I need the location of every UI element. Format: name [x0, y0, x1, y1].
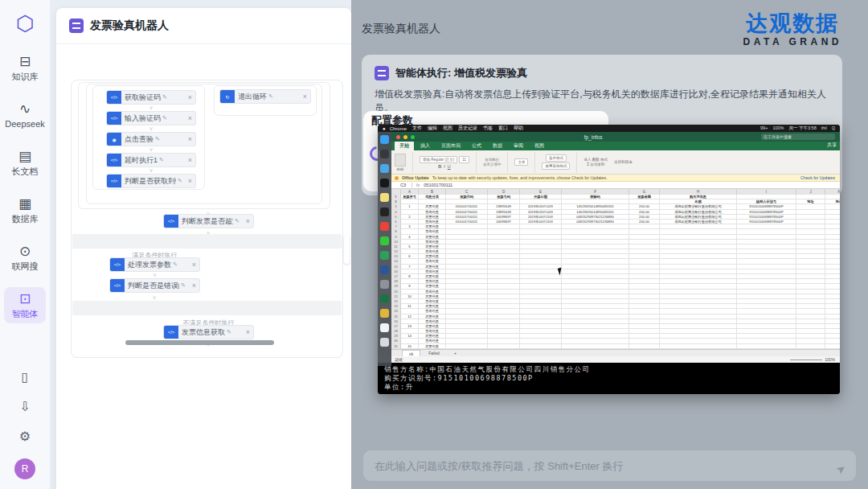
maximize-window-icon[interactable] — [411, 135, 415, 139]
dock-app-icon[interactable] — [380, 251, 389, 260]
close-icon[interactable]: × — [188, 94, 192, 101]
user-avatar[interactable]: R — [14, 458, 35, 479]
column-header[interactable]: E — [520, 189, 562, 195]
workflow-node[interactable]: ↻ 退出循环 ✎ × — [219, 89, 311, 104]
table-cell[interactable] — [488, 344, 520, 349]
sidebar-item[interactable]: ⊙ 联网搜 — [4, 240, 46, 276]
menubar-item[interactable]: Chrome — [390, 126, 407, 131]
cells-group-buttons[interactable]: 插入 删除 格式 — [583, 158, 608, 162]
column-header[interactable]: K — [825, 189, 840, 195]
menubar-item[interactable]: 视图 — [443, 125, 452, 132]
column-header[interactable]: A — [401, 189, 419, 195]
menubar-item[interactable]: 编辑 — [428, 125, 437, 132]
cell-name-box[interactable]: C3 — [395, 183, 412, 187]
workflow-node[interactable]: </> 判断是否获取到错... ✎ × — [106, 174, 196, 188]
paste-icon[interactable] — [395, 154, 406, 166]
column-header[interactable]: I — [737, 189, 796, 195]
column-header[interactable]: B — [419, 189, 446, 195]
column-header[interactable]: J — [796, 189, 825, 195]
edit-icon[interactable]: ✎ — [227, 329, 231, 335]
dock-app-icon[interactable] — [380, 193, 389, 202]
font-size-select[interactable]: 11 — [459, 156, 469, 163]
menubar-item[interactable]: 窗口 — [498, 125, 508, 132]
close-icon[interactable]: × — [192, 261, 196, 269]
horizontal-scrollbar[interactable] — [125, 340, 274, 345]
table-cell[interactable] — [796, 344, 825, 349]
edit-icon[interactable]: ✎ — [173, 261, 178, 268]
row-header[interactable]: 31 — [391, 344, 401, 349]
workflow-node[interactable]: </> 发票信息获取 ✎ × — [163, 325, 254, 339]
sort-filter-button[interactable]: 排序和筛选 — [614, 160, 633, 164]
column-header[interactable]: H — [660, 189, 737, 195]
merge-center-button[interactable]: 自定义居中 — [483, 162, 502, 166]
chat-input[interactable] — [363, 450, 835, 481]
share-button[interactable]: 共享 — [827, 142, 837, 150]
close-window-icon[interactable] — [396, 135, 400, 139]
formula-value[interactable]: 051001700111 — [424, 183, 452, 187]
dock-app-icon[interactable] — [380, 338, 389, 347]
close-icon[interactable]: × — [246, 329, 250, 336]
sidebar-tool-icon[interactable]: ⇩ — [19, 399, 30, 414]
close-icon[interactable]: × — [188, 157, 192, 164]
table-cell[interactable]: 15 — [401, 344, 419, 349]
dock-app-icon[interactable] — [380, 265, 389, 274]
dock-app-icon[interactable] — [380, 135, 389, 144]
workflow-canvas[interactable]: ∨ </> 获取验证码 ✎ × ∨ </> — [71, 80, 343, 358]
dock-app-icon[interactable] — [380, 208, 389, 216]
sidebar-item[interactable]: ▤ 长文档 — [4, 145, 46, 181]
conditional-format-button[interactable]: 条件格式 — [546, 154, 567, 162]
table-cell[interactable] — [562, 344, 629, 349]
close-icon[interactable]: × — [246, 218, 250, 225]
edit-icon[interactable]: ✎ — [162, 94, 167, 101]
apple-menu-icon[interactable]: ● — [383, 126, 386, 131]
workflow-node[interactable]: ◉ 点击查验 ✎ × — [106, 132, 196, 146]
bold-button[interactable]: B — [438, 164, 441, 169]
dock-app-icon[interactable] — [380, 164, 389, 173]
zoom-slider[interactable] — [790, 360, 822, 360]
send-icon[interactable]: ➤ — [833, 454, 858, 477]
ribbon-tab[interactable]: 插入 — [416, 141, 435, 150]
close-icon[interactable]: × — [188, 115, 192, 122]
workflow-node[interactable]: </> 判断发票是否超过... ✎ × — [163, 214, 254, 228]
dock-app-icon[interactable] — [380, 294, 389, 303]
table-cell[interactable] — [660, 344, 737, 349]
edit-icon[interactable]: ✎ — [178, 178, 182, 184]
dock-app-icon[interactable] — [380, 323, 389, 332]
menubar-item[interactable]: 文件 — [412, 125, 422, 132]
edit-icon[interactable]: ✎ — [235, 218, 240, 224]
sidebar-tool-icon[interactable]: ⚙ — [19, 429, 31, 444]
dock-app-icon[interactable] — [380, 222, 389, 231]
table-cell[interactable] — [520, 344, 562, 349]
ribbon-tab[interactable]: 页面布局 — [436, 141, 465, 150]
ribbon-tab[interactable]: 数据 — [488, 141, 507, 150]
sidebar-item[interactable]: ∿ Deepseek — [4, 97, 46, 134]
check-updates-link[interactable]: Check for Updates — [800, 175, 835, 180]
autosum-button[interactable]: Σ 自动求和 — [587, 162, 604, 166]
table-cell[interactable] — [737, 344, 796, 349]
excel-search-box[interactable]: 在工作表中搜索 — [761, 134, 835, 140]
select-all-corner[interactable] — [391, 189, 401, 195]
sheet-tab[interactable]: Failed — [422, 350, 446, 356]
ribbon-tab[interactable]: 开始 — [395, 141, 414, 150]
wrap-text-button[interactable]: 自动换行 — [485, 158, 499, 162]
edit-icon[interactable]: ✎ — [181, 282, 186, 289]
column-header[interactable]: C — [446, 189, 488, 195]
italic-button[interactable]: I — [444, 164, 445, 169]
table-cell[interactable] — [825, 344, 840, 349]
ribbon-tab[interactable]: 审阅 — [509, 141, 528, 150]
format-as-table-button[interactable]: 套用表格格式 — [542, 162, 570, 170]
sidebar-item[interactable]: ⊡ 智能体 — [4, 287, 46, 323]
ribbon-tab[interactable]: 视图 — [530, 141, 549, 150]
menubar-item[interactable]: 历史记录 — [458, 125, 477, 132]
underline-button[interactable]: U — [448, 164, 451, 169]
sidebar-item[interactable]: ⊟ 知识库 — [4, 50, 46, 86]
table-cell[interactable] — [446, 344, 488, 349]
dock-app-icon[interactable] — [380, 309, 389, 318]
menubar-item[interactable]: 书签 — [483, 125, 493, 132]
dock-app-icon[interactable] — [380, 179, 389, 187]
number-format-select[interactable]: 文本 — [514, 158, 528, 166]
close-icon[interactable]: × — [303, 93, 307, 101]
workflow-node[interactable]: </> 延时执行1 ✎ × — [106, 153, 196, 167]
workflow-node[interactable]: </> 获取验证码 ✎ × — [106, 90, 196, 105]
column-header[interactable]: F — [562, 189, 629, 195]
